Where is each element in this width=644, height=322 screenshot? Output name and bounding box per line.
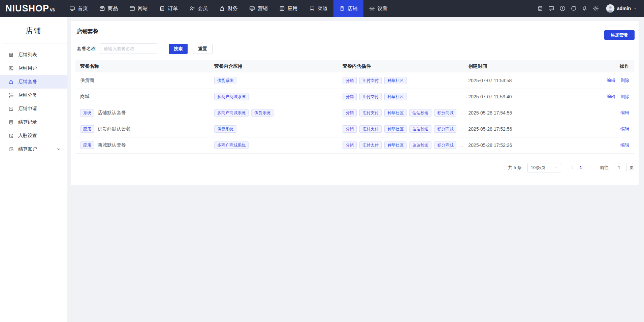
edit-link[interactable]: 编辑 bbox=[607, 94, 615, 99]
topnav-item-shop[interactable]: 店铺 bbox=[333, 0, 363, 17]
table-row: 应用供货商默认套餐供货系统分销汇付支付种草社区达达秒送积分商城...2025-0… bbox=[75, 121, 634, 137]
package-name-cell: 系统店铺默认套餐 bbox=[75, 105, 210, 121]
sidebar-item-label: 店铺申请 bbox=[18, 106, 37, 112]
sidebar-item-shop-applications[interactable]: 店铺申请 bbox=[0, 102, 67, 116]
topnav-item-settings[interactable]: 设置 bbox=[363, 0, 393, 17]
sidebar-divider bbox=[3, 43, 67, 43]
sidebar-item-entry-settings[interactable]: 入驻设置 bbox=[0, 129, 67, 142]
topnav-item-channels[interactable]: 渠道 bbox=[303, 0, 333, 17]
list-az-icon bbox=[8, 93, 14, 98]
plugin-tag: 达达秒送 bbox=[409, 125, 431, 133]
plugin-tag: 汇付支付 bbox=[359, 109, 382, 117]
sidebar-item-label: 店铺用户 bbox=[18, 65, 37, 71]
created-time-cell: 2025-05-28 17:54:55 bbox=[463, 105, 570, 121]
gear-icon[interactable] bbox=[593, 5, 599, 11]
search-label: 套餐名称 bbox=[77, 46, 96, 52]
goto-page-input[interactable] bbox=[612, 163, 626, 172]
package-plugins-cell: 分销汇付支付种草社区达达秒送积分商城... bbox=[338, 121, 463, 137]
sidebar-item-settlement-accounts[interactable]: 结算账户 bbox=[0, 142, 67, 156]
topnav-item-marketing[interactable]: 营销 bbox=[244, 0, 273, 17]
edit-link[interactable]: 编辑 bbox=[620, 142, 629, 148]
actions-cell: 编辑 bbox=[570, 105, 634, 121]
package-card: 店铺套餐 添加套餐 套餐名称 搜索 重置 套餐名称套餐内含应用套餐内含插件创建时… bbox=[71, 21, 639, 185]
package-name-cell: 应用商城默认套餐 bbox=[75, 137, 210, 153]
next-page-button[interactable] bbox=[587, 165, 591, 170]
sidebar: 店铺 店铺列表店铺用户店铺套餐店铺分类店铺申请结算记录入驻设置结算账户 bbox=[0, 17, 67, 322]
plugin-tag: 种草社区 bbox=[384, 77, 407, 84]
message-icon[interactable] bbox=[548, 5, 554, 11]
package-name: 店铺默认套餐 bbox=[98, 110, 126, 115]
created-time-cell: 2025-07-07 11:53:58 bbox=[463, 72, 570, 89]
edit-link[interactable]: 编辑 bbox=[620, 126, 629, 131]
sidebar-item-shop-users[interactable]: 店铺用户 bbox=[0, 62, 67, 75]
storefront-icon[interactable] bbox=[537, 5, 543, 11]
table-row: 系统店铺默认套餐多商户商城系统供货系统分销汇付支付种草社区达达秒送积分商城...… bbox=[75, 105, 634, 121]
brand-name: NIUSHOP bbox=[5, 3, 49, 14]
topnav-item-goods[interactable]: 商品 bbox=[94, 0, 124, 17]
package-name-input[interactable] bbox=[100, 43, 157, 54]
doc-edit-icon bbox=[8, 106, 14, 111]
reset-button[interactable]: 重置 bbox=[193, 44, 213, 54]
package-bag-icon bbox=[8, 79, 14, 85]
page-size-select[interactable]: 10条/页 bbox=[527, 163, 561, 172]
sidebar-item-shop-categories[interactable]: 店铺分类 bbox=[0, 89, 67, 102]
edit-link[interactable]: 编辑 bbox=[607, 78, 615, 83]
package-apps-cell: 多商户商城系统供货系统 bbox=[210, 105, 338, 121]
plugin-tag: 汇付支付 bbox=[359, 125, 382, 133]
sidebar-item-label: 结算账户 bbox=[18, 146, 37, 152]
monitor-icon bbox=[69, 6, 75, 11]
app-tag: 供货系统 bbox=[214, 77, 236, 84]
plugin-tag: 汇付支付 bbox=[359, 93, 382, 100]
sidebar-item-settlement-records[interactable]: 结算记录 bbox=[0, 116, 67, 129]
package-apps-cell: 多商户商城系统 bbox=[210, 137, 338, 153]
search-button[interactable]: 搜索 bbox=[169, 44, 188, 54]
actions-cell: 编辑删除 bbox=[570, 72, 634, 89]
plugin-tag: 积分商城 bbox=[434, 109, 456, 117]
package-name: 商城默认套餐 bbox=[98, 142, 126, 148]
package-apps-cell: 供货系统 bbox=[210, 72, 338, 89]
plugin-tag: 分销 bbox=[343, 109, 357, 117]
topnav-item-label: 财务 bbox=[228, 5, 238, 12]
app-tag: 供货系统 bbox=[251, 109, 273, 117]
topnav-item-orders[interactable]: 订单 bbox=[154, 0, 184, 17]
rocket-icon[interactable] bbox=[582, 5, 588, 11]
sidebar-item-shop-packages[interactable]: 店铺套餐 bbox=[0, 75, 67, 89]
topnav-item-website[interactable]: 网站 bbox=[124, 0, 154, 17]
pagination-total: 共 5 条 bbox=[508, 165, 521, 171]
package-apps-cell: 供货系统 bbox=[210, 121, 338, 137]
alert-icon[interactable] bbox=[559, 5, 566, 11]
refresh-icon[interactable] bbox=[571, 5, 577, 11]
topnav-item-members[interactable]: 会员 bbox=[184, 0, 214, 17]
prev-page-button[interactable] bbox=[570, 165, 575, 170]
plugin-tag: 分销 bbox=[343, 93, 357, 100]
brand-logo[interactable]: NIUSHOP V6 bbox=[0, 3, 64, 14]
package-name-cell: 应用供货商默认套餐 bbox=[75, 121, 210, 137]
topnav-item-home[interactable]: 首页 bbox=[64, 0, 94, 17]
topnav-item-finance[interactable]: 财务 bbox=[214, 0, 244, 17]
plugin-tag: 汇付支付 bbox=[359, 141, 382, 149]
delete-link[interactable]: 删除 bbox=[620, 78, 629, 83]
more-plugins-indicator: ... bbox=[459, 143, 463, 148]
column-header-4: 操作 bbox=[570, 60, 634, 72]
goto-label: 前往 bbox=[600, 165, 609, 171]
edit-link[interactable]: 编辑 bbox=[620, 110, 629, 115]
user-menu[interactable]: admin bbox=[606, 4, 637, 13]
package-name: 供货商 bbox=[80, 77, 94, 83]
topnav-item-apps[interactable]: 应用 bbox=[273, 0, 303, 17]
finance-icon bbox=[219, 6, 225, 11]
package-type-badge: 系统 bbox=[80, 109, 94, 117]
goods-icon bbox=[99, 6, 105, 11]
shopbook-icon bbox=[339, 6, 345, 11]
plugin-tag: 种草社区 bbox=[384, 93, 407, 100]
website-icon bbox=[129, 6, 135, 11]
delete-link[interactable]: 删除 bbox=[620, 94, 629, 99]
package-plugins-cell: 分销汇付支付种草社区达达秒送积分商城... bbox=[338, 105, 463, 121]
page-number-current[interactable]: 1 bbox=[580, 165, 582, 170]
username: admin bbox=[617, 6, 631, 11]
sidebar-item-shop-list[interactable]: 店铺列表 bbox=[0, 48, 67, 62]
add-package-button[interactable]: 添加套餐 bbox=[604, 30, 635, 40]
sidebar-item-label: 店铺列表 bbox=[18, 52, 37, 58]
sidebar-title: 店铺 bbox=[0, 17, 67, 43]
actions-cell: 编辑 bbox=[570, 121, 634, 137]
package-plugins-cell: 分销汇付支付种草社区达达秒送积分商城... bbox=[338, 137, 463, 153]
